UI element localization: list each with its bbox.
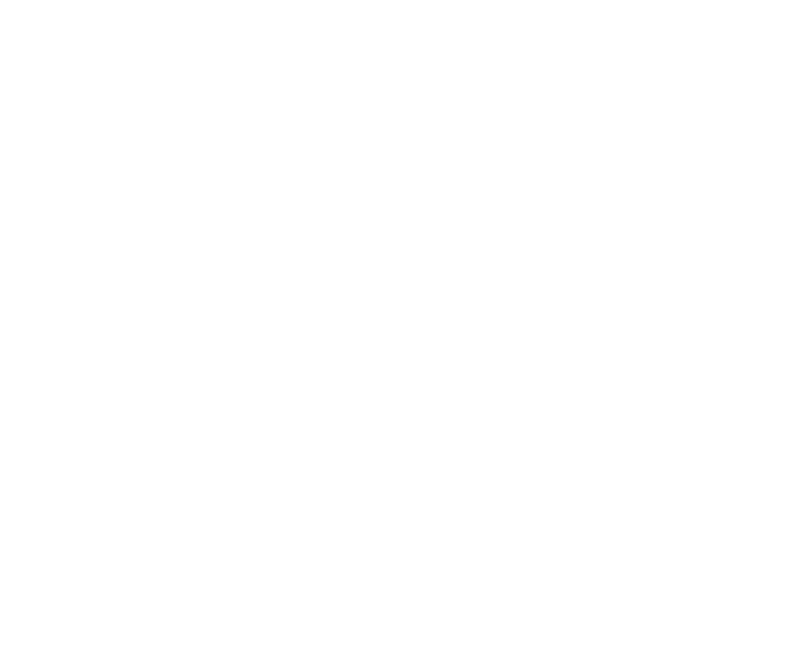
chart-svg <box>0 0 812 650</box>
chart-container <box>0 0 812 650</box>
